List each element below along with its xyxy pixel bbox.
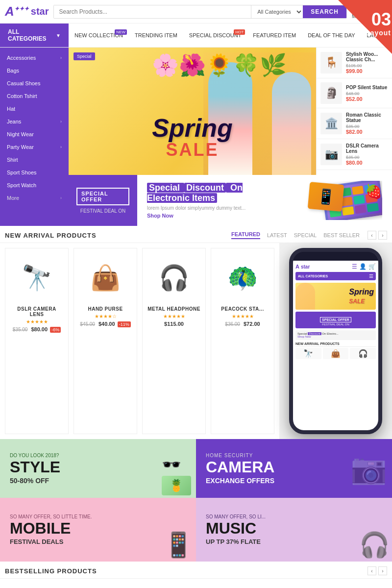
- product-card-3[interactable]: 🦚 PEACOCK STA... ★★★★★ $36.00 $72.00: [211, 248, 274, 434]
- bs-product-0[interactable]: 🗿: [5, 584, 77, 588]
- logo-name: star: [31, 6, 49, 17]
- hero-aside: 🌸🌺🌻🍀🌿 Spring SALE: [69, 48, 392, 226]
- product-prices-3: $36.00 $72.00: [216, 321, 269, 327]
- bs-product-2[interactable]: 🍺: [160, 584, 232, 588]
- tab-latest[interactable]: LATEST: [267, 232, 287, 238]
- product-img-1: 👜: [79, 253, 132, 302]
- new-price-3: $72.00: [244, 321, 260, 327]
- promo-style-sub: 50-80% OFF: [10, 477, 186, 485]
- tab-best-seller[interactable]: BEST SELLER: [323, 232, 360, 238]
- bestselling-arrows: ‹ ›: [368, 566, 387, 575]
- section-arrows: ‹ ›: [368, 231, 387, 240]
- bs-product-3[interactable]: ⌚: [237, 584, 310, 588]
- product-stars-0: ★★★★★: [10, 319, 63, 324]
- product-name-1: HAND PURSE: [79, 306, 132, 312]
- aside-product-img-3: 📷: [320, 144, 342, 165]
- new-price-2: $115.00: [164, 321, 184, 327]
- header: A✦✦✦ star All Categories SEARCH ☰ Menu 💬…: [0, 0, 392, 24]
- tablet-icon: 📱: [163, 531, 194, 559]
- hero-banner[interactable]: 🌸🌺🌻🍀🌿 Spring SALE: [69, 48, 316, 175]
- bestselling-header: BESTSELLING PRODUCTS ‹ ›: [0, 562, 392, 579]
- product-card-1[interactable]: 👜 HAND PURSE ★★★★☆ $45.00 $40.00 -11%: [74, 248, 137, 434]
- sidebar-item-casual-shoes[interactable]: Casual Shoes: [0, 77, 69, 90]
- shop-now-link[interactable]: Shop Now: [147, 213, 274, 219]
- next-arrow-button[interactable]: ›: [378, 231, 387, 240]
- aside-product-3[interactable]: 📷 DSLR Camera Lens $35.00 $80.00: [317, 139, 392, 170]
- product-prices-0: $35.00 $80.00 -6%: [10, 326, 63, 332]
- new-arrivals-section: NEW ARRIVAL PRODUCTS FEATURED LATEST SPE…: [0, 226, 392, 439]
- aside-product-img-2: 🏛️: [320, 113, 342, 134]
- nav-featured[interactable]: FEATURED ITEM: [247, 27, 302, 43]
- nav-new-collection[interactable]: NEW COLLECTION NEW: [69, 27, 129, 43]
- hero-row: 🌸🌺🌻🍀🌿 Spring SALE: [69, 48, 392, 175]
- offer-image: 📱 🍓: [274, 181, 382, 220]
- product-img-2: 🎧: [147, 253, 200, 302]
- sidebar-item-bags[interactable]: Bags: [0, 64, 69, 77]
- discount-0: -6%: [50, 327, 61, 333]
- product-img-0: 🔭: [10, 253, 63, 302]
- hero-subtitle: SALE: [152, 140, 233, 160]
- offer-left-panel: SPECIAL OFFER FESTIVAL DEAL ON: [69, 175, 137, 226]
- aside-product-img-0: 🪑: [320, 52, 342, 74]
- sidebar-item-shirt[interactable]: Shirt: [0, 153, 69, 166]
- product-card-0[interactable]: 🔭 DSLR CAMERA LENS ★★★★★ $35.00 $80.00 -…: [5, 248, 69, 434]
- product-card-2[interactable]: 🎧 METAL HEADPHONE ★★★★★ $115.00: [142, 248, 206, 434]
- tab-featured[interactable]: FEATURED: [231, 231, 260, 239]
- promo-row-2: SO MANY OFFER, SO LITTLE TIME. MOBILE FE…: [0, 498, 392, 562]
- sidebar-item-night-wear[interactable]: Night Wear: [0, 128, 69, 141]
- bestselling-title: BESTSELLING PRODUCTS: [5, 567, 97, 575]
- product-prices-2: $115.00: [147, 321, 200, 327]
- promo-camera-card[interactable]: HOME SECURITY CAMERA EXCHANGE OFFERS 📷: [196, 439, 392, 498]
- sidebar-item-party-wear[interactable]: Party Wear ›: [0, 141, 69, 153]
- promo-style-label: DO YOU LOOK 2018?: [10, 453, 186, 458]
- all-categories-button[interactable]: ALL CATEGORIES ▼: [0, 24, 69, 47]
- promo-style-card[interactable]: DO YOU LOOK 2018? STYLE 50-80% OFF 🕶️ 🍍: [0, 439, 196, 498]
- aside-product-2[interactable]: 🏛️ Roman Classic Statue $35.00 $82.00: [317, 108, 392, 139]
- product-name-0: DSLR CAMERA LENS: [10, 306, 63, 317]
- aside-product-img-1: 🗿: [320, 82, 342, 104]
- music-icon: 🎧: [359, 531, 390, 559]
- bestselling-section: BESTSELLING PRODUCTS ‹ › 🗿 🪑 🍺 ⌚ 🦚: [0, 562, 392, 588]
- sidebar-arrow-icon: ›: [60, 196, 62, 200]
- product-name-3: PEACOCK STA...: [216, 306, 269, 312]
- promo-music-card[interactable]: SO MANY OFFER, SO LI... MUSIC UP TP 37% …: [196, 498, 392, 562]
- right-aside: 🪑 Stylish Woo... Classic Ch... $105.00 $…: [316, 48, 392, 175]
- offer-subtitle: FESTIVAL DEAL ON: [80, 208, 125, 214]
- sidebar-arrow-icon: ›: [60, 55, 62, 60]
- sidebar-item-more[interactable]: More ›: [0, 192, 69, 204]
- sidebar-item-sport-shoes[interactable]: Sport Shoes: [0, 166, 69, 179]
- search-bar: All Categories SEARCH: [53, 5, 346, 19]
- tab-special[interactable]: SPECIAL: [294, 232, 317, 238]
- product-stars-3: ★★★★★: [216, 314, 269, 319]
- sidebar-arrow-icon: ›: [60, 145, 62, 149]
- layout-badge: 03 Layout: [338, 0, 392, 54]
- promo-music-title: MUSIC: [206, 520, 382, 536]
- product-stars-2: ★★★★★: [147, 314, 200, 319]
- category-select[interactable]: All Categories: [251, 5, 303, 18]
- bestselling-grid: 🗿 🪑 🍺 ⌚ 🦚: [0, 579, 392, 588]
- aside-product-1[interactable]: 🗿 POP Silent Statue $48.00 $52.00: [317, 78, 392, 108]
- promo-mobile-sub: FESTIVAL DEALS: [10, 538, 186, 545]
- sidebar-item-hat[interactable]: Hat: [0, 102, 69, 115]
- phone-nav-label: ALL CATEGORIES: [298, 274, 328, 278]
- product-name-2: METAL HEADPHONE: [147, 306, 200, 312]
- bs-prev-arrow-button[interactable]: ‹: [368, 566, 376, 575]
- sidebar-item-sport-watch[interactable]: Sport Watch: [0, 179, 69, 192]
- hot-badge: HOT: [234, 29, 245, 35]
- sidebar-item-accessories[interactable]: Accessories ›: [0, 51, 69, 64]
- phone-notch: [293, 252, 378, 261]
- style-sunglasses-icon: 🕶️ 🍍: [162, 455, 191, 495]
- prev-arrow-button[interactable]: ‹: [368, 231, 376, 240]
- promo-mobile-card[interactable]: SO MANY OFFER, SO LITTLE TIME. MOBILE FE…: [0, 498, 196, 562]
- sidebar-item-jeans[interactable]: Jeans ›: [0, 115, 69, 128]
- sidebar-item-cotton-tshirt[interactable]: Cotton Tshirt: [0, 90, 69, 102]
- search-input[interactable]: [54, 5, 251, 18]
- bs-next-arrow-button[interactable]: ›: [378, 566, 387, 575]
- nav-special-discount[interactable]: SPECIAL DISCOUNT HOT: [183, 27, 247, 43]
- bs-product-1[interactable]: 🪑: [82, 584, 155, 588]
- layout-label: Layout: [366, 29, 391, 37]
- nav-trending[interactable]: TRENDING ITEM: [129, 27, 183, 43]
- logo[interactable]: A✦✦✦ star: [5, 4, 49, 19]
- offer-main-panel: Special Discount On Electronic Items lor…: [137, 175, 392, 226]
- bs-product-4[interactable]: 🦚: [315, 584, 387, 588]
